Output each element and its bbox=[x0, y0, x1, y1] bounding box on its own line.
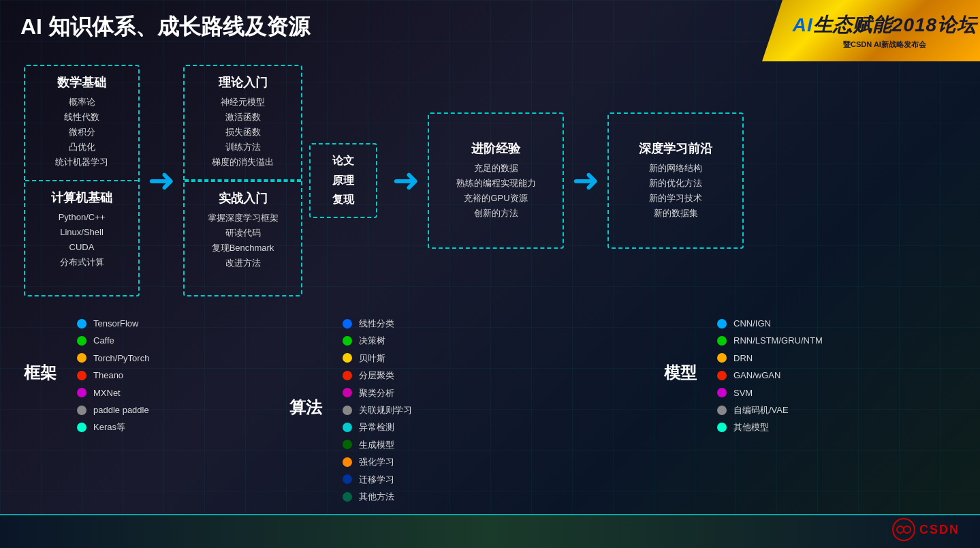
list-item: Torch/PyTorch bbox=[77, 350, 149, 366]
practice-section: 实战入门 掌握深度学习框架 研读代码 复现Benchmark 改进方法 bbox=[185, 181, 301, 295]
csdn-icon bbox=[892, 518, 915, 541]
math-section: 数学基础 概率论 线性代数 微积分 凸优化 统计机器学习 bbox=[25, 66, 138, 181]
paper-text: 论文原理复现 bbox=[332, 151, 354, 210]
list-item: 新的数据集 bbox=[649, 206, 702, 221]
dot-rl bbox=[343, 457, 352, 467]
label-drn: DRN bbox=[733, 350, 753, 366]
dot-keras bbox=[77, 423, 86, 432]
framework-legend: TensorFlow Caffe Torch/PyTorch Theano MX… bbox=[77, 316, 149, 436]
list-item: 分层聚类 bbox=[343, 367, 394, 383]
deep-items: 新的网络结构 新的优化方法 新的学习技术 新的数据集 bbox=[649, 161, 702, 221]
computer-section: 计算机基础 Python/C++ Linux/Shell CUDA 分布式计算 bbox=[25, 181, 138, 295]
dot-cluster bbox=[343, 371, 352, 380]
label-other-model: 其他模型 bbox=[733, 419, 769, 435]
math-title: 数学基础 bbox=[35, 74, 129, 91]
algorithm-legend: 线性分类 决策树 贝叶斯 分层聚类 聚类分析 bbox=[343, 316, 412, 504]
dot-cluster2 bbox=[343, 388, 352, 397]
dot-theano bbox=[77, 371, 86, 380]
dot-rnn bbox=[717, 336, 727, 346]
model-legend: CNN/IGN RNN/LSTM/GRU/NTM DRN GAN/wGAN SV… bbox=[717, 316, 823, 436]
dot-gen bbox=[343, 440, 352, 449]
practice-title: 实战入门 bbox=[194, 190, 291, 207]
label-cluster: 分层聚类 bbox=[359, 367, 394, 383]
list-item: 线性分类 bbox=[343, 316, 394, 331]
list-item: 聚类分析 bbox=[343, 385, 394, 401]
label-rl: 强化学习 bbox=[359, 454, 394, 470]
math-items: 概率论 线性代数 微积分 凸优化 统计机器学习 bbox=[35, 95, 129, 170]
list-item: Keras等 bbox=[77, 419, 125, 435]
paper-box: 论文原理复现 bbox=[309, 143, 377, 218]
list-item: 统计机器学习 bbox=[35, 155, 129, 170]
list-item: 凸优化 bbox=[35, 140, 129, 155]
list-item: 充裕的GPU资源 bbox=[456, 191, 536, 206]
theory-section: 理论入门 神经元模型 激活函数 损失函数 训练方法 梯度的消失溢出 bbox=[185, 66, 301, 181]
label-tree: 决策树 bbox=[359, 333, 385, 348]
label-linear: 线性分类 bbox=[359, 316, 394, 331]
list-item: 强化学习 bbox=[343, 454, 394, 470]
arrow-2: ➜ bbox=[392, 164, 420, 197]
label-bayes: 贝叶斯 bbox=[359, 350, 385, 366]
list-item: 充足的数据 bbox=[456, 161, 536, 176]
list-item: CUDA bbox=[35, 240, 129, 255]
dot-cnn bbox=[717, 319, 727, 329]
list-item: 复现Benchmark bbox=[194, 241, 291, 256]
dot-tree bbox=[343, 336, 352, 346]
arrow-1: ➜ bbox=[148, 164, 175, 197]
csdn-logo: CSDN bbox=[892, 518, 960, 541]
label-theano: Theano bbox=[93, 367, 123, 383]
advanced-box: 进阶经验 充足的数据 熟练的编程实现能力 充裕的GPU资源 创新的方法 bbox=[428, 112, 564, 249]
list-item: 新的学习技术 bbox=[649, 191, 702, 206]
list-item: Caffe bbox=[77, 333, 114, 348]
dot-torch bbox=[77, 353, 86, 363]
framework-title: 框架 bbox=[24, 362, 57, 384]
list-item: 熟练的编程实现能力 bbox=[456, 176, 536, 191]
deep-learning-box: 深度学习前沿 新的网络结构 新的优化方法 新的学习技术 新的数据集 bbox=[607, 112, 744, 249]
deep-title: 深度学习前沿 bbox=[639, 140, 712, 157]
label-assoc: 关联规则学习 bbox=[359, 402, 412, 418]
list-item: 贝叶斯 bbox=[343, 350, 385, 366]
list-item: 改进方法 bbox=[194, 256, 291, 271]
logo-main: AI生态赋能2018论坛 bbox=[793, 12, 977, 38]
dot-linear bbox=[343, 319, 352, 329]
list-item: 分布式计算 bbox=[35, 255, 129, 270]
label-transfer: 迁移学习 bbox=[359, 472, 394, 487]
model-section: 模型 CNN/IGN RNN/LSTM/GRU/NTM DRN GAN/wGAN bbox=[664, 316, 956, 436]
advanced-items: 充足的数据 熟练的编程实现能力 充裕的GPU资源 创新的方法 bbox=[456, 161, 536, 221]
list-item: 异常检测 bbox=[343, 419, 394, 435]
label-caffe: Caffe bbox=[93, 333, 114, 348]
list-item: 微积分 bbox=[35, 125, 129, 140]
csdn-text: CSDN bbox=[919, 523, 960, 537]
list-item: paddle paddle bbox=[77, 402, 149, 418]
list-item: Theano bbox=[77, 367, 123, 383]
algorithm-section: 算法 线性分类 决策树 贝叶斯 分层聚类 bbox=[289, 316, 487, 504]
label-cnn: CNN/IGN bbox=[733, 316, 771, 331]
dot-tensorflow bbox=[77, 319, 86, 329]
list-item: TensorFlow bbox=[77, 316, 138, 331]
algorithm-title: 算法 bbox=[289, 397, 322, 418]
label-ae: 自编码机/VAE bbox=[733, 402, 789, 418]
list-item: GAN/wGAN bbox=[717, 367, 780, 383]
list-item: 概率论 bbox=[35, 95, 129, 110]
list-item: 新的优化方法 bbox=[649, 176, 702, 191]
dot-other-algo bbox=[343, 492, 352, 502]
bottom-band bbox=[0, 514, 980, 548]
computer-items: Python/C++ Linux/Shell CUDA 分布式计算 bbox=[35, 210, 129, 270]
list-item: CNN/IGN bbox=[717, 316, 771, 331]
dot-bayes bbox=[343, 353, 352, 363]
label-svm: SVM bbox=[733, 385, 753, 401]
practice-items: 掌握深度学习框架 研读代码 复现Benchmark 改进方法 bbox=[194, 211, 291, 271]
dot-transfer bbox=[343, 474, 352, 484]
list-item: 决策树 bbox=[343, 333, 385, 348]
svg-point-1 bbox=[897, 526, 904, 533]
list-item: 研读代码 bbox=[194, 226, 291, 241]
list-item: 创新的方法 bbox=[456, 206, 536, 221]
content-area: 数学基础 概率论 线性代数 微积分 凸优化 统计机器学习 计算机基础 Pytho… bbox=[10, 51, 970, 511]
dot-assoc bbox=[343, 406, 352, 415]
flow-section: 数学基础 概率论 线性代数 微积分 凸优化 统计机器学习 计算机基础 Pytho… bbox=[10, 51, 970, 310]
svg-point-2 bbox=[904, 526, 911, 533]
list-item: 训练方法 bbox=[194, 140, 291, 155]
list-item: DRN bbox=[717, 350, 753, 366]
main-title: AI 知识体系、成长路线及资源 bbox=[20, 12, 310, 42]
theory-title: 理论入门 bbox=[194, 74, 291, 91]
list-item: Linux/Shell bbox=[35, 225, 129, 240]
